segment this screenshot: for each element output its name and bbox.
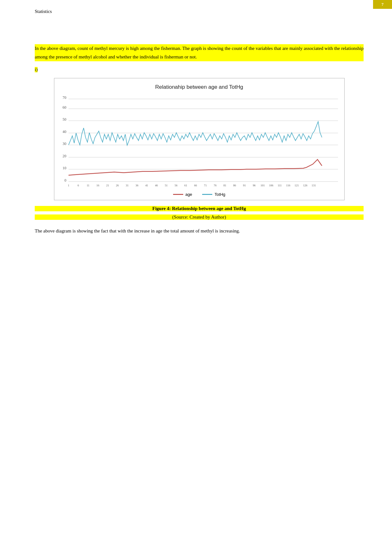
svg-text:60: 60	[62, 105, 66, 110]
svg-text:70: 70	[62, 95, 66, 100]
svg-text:20: 20	[62, 154, 66, 158]
figure-caption: Figure 4: Relationship between age and T…	[35, 206, 364, 211]
svg-text:26: 26	[116, 184, 119, 187]
age-legend-label: age	[185, 192, 192, 197]
chart-svg: 0 10 20 30 40 50 60 70	[57, 95, 341, 190]
svg-text:10: 10	[62, 166, 66, 170]
body-paragraph: The above diagram is showing the fact th…	[35, 227, 364, 235]
svg-text:66: 66	[194, 184, 197, 187]
page-number: 7	[373, 0, 392, 9]
svg-text:96: 96	[253, 184, 256, 187]
svg-text:111: 111	[278, 184, 282, 187]
chart-legend: age TotHg	[57, 192, 341, 197]
roman-numeral: i)	[35, 67, 38, 72]
svg-text:56: 56	[174, 184, 177, 187]
svg-text:116: 116	[286, 184, 290, 187]
tothg-legend-line	[202, 194, 212, 195]
svg-text:30: 30	[62, 142, 66, 146]
svg-text:121: 121	[294, 184, 299, 187]
tothg-legend-label: TotHg	[214, 192, 225, 197]
svg-text:106: 106	[269, 184, 273, 187]
age-legend-line	[173, 194, 183, 195]
svg-text:51: 51	[165, 184, 167, 187]
svg-text:16: 16	[96, 184, 99, 187]
svg-text:41: 41	[145, 184, 148, 187]
svg-text:50: 50	[62, 117, 66, 122]
svg-text:11: 11	[87, 184, 89, 187]
section-title: Statistics	[35, 9, 52, 14]
svg-text:71: 71	[204, 184, 207, 187]
chart-container: Relationahip between age and TotHg 0 10 …	[54, 78, 345, 200]
svg-text:46: 46	[155, 184, 158, 187]
svg-text:86: 86	[233, 184, 236, 187]
svg-text:81: 81	[223, 184, 226, 187]
svg-text:36: 36	[135, 184, 138, 187]
intro-paragraph: In the above diagram, count of methyl me…	[35, 44, 364, 61]
svg-text:76: 76	[214, 184, 216, 187]
legend-tothg: TotHg	[202, 192, 225, 197]
svg-text:101: 101	[260, 184, 264, 187]
svg-text:61: 61	[184, 184, 187, 187]
chart-area: 0 10 20 30 40 50 60 70	[57, 95, 341, 190]
svg-text:31: 31	[126, 184, 129, 187]
svg-text:1: 1	[68, 184, 69, 187]
chart-title: Relationahip between age and TotHg	[57, 84, 341, 90]
svg-text:91: 91	[243, 184, 246, 187]
svg-text:126: 126	[303, 184, 307, 187]
legend-age: age	[173, 192, 192, 197]
source-caption: (Source: Created by Author)	[35, 214, 364, 220]
svg-text:0: 0	[64, 178, 66, 183]
svg-text:6: 6	[77, 184, 79, 187]
svg-text:21: 21	[106, 184, 109, 187]
svg-text:131: 131	[311, 184, 316, 187]
svg-text:40: 40	[62, 129, 66, 134]
